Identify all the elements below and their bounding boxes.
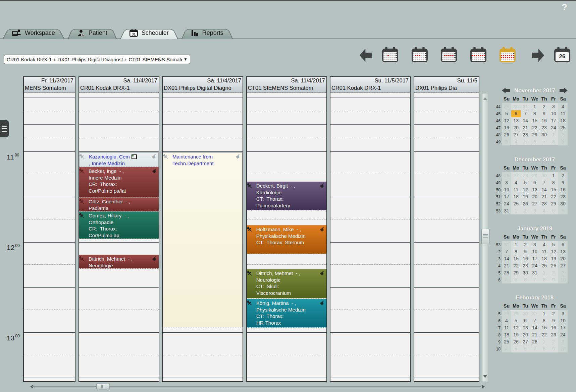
- day-cell[interactable]: 2: [549, 310, 558, 317]
- day-cell[interactable]: 14: [521, 117, 530, 124]
- day-cell[interactable]: 30: [521, 310, 530, 317]
- day-cell[interactable]: 29: [549, 200, 558, 207]
- column-body[interactable]: ☛Kazancioglu, Cem, Innere Medizin☛Becker…: [78, 92, 159, 382]
- day-cell[interactable]: 9: [549, 345, 558, 352]
- day-cell[interactable]: 21: [539, 193, 549, 200]
- day-cell[interactable]: 4: [511, 138, 521, 145]
- tab-reports[interactable]: Reports: [181, 27, 233, 39]
- day-cell[interactable]: 9: [558, 179, 568, 186]
- day-cell[interactable]: 22: [549, 193, 558, 200]
- day-cell[interactable]: 4: [539, 241, 549, 248]
- column-body[interactable]: ☛Maintenance fromTechn.Department: [162, 92, 243, 382]
- day-cell[interactable]: 6: [530, 138, 539, 145]
- day-cell[interactable]: 10: [558, 345, 568, 352]
- next-period-icon[interactable]: [532, 49, 544, 62]
- day-cell[interactable]: 30: [558, 200, 568, 207]
- day-cell[interactable]: 9: [549, 276, 558, 283]
- day-cell[interactable]: 16: [539, 117, 549, 124]
- resource-selector[interactable]: CR01 Kodak DRX-1 + DX01 Philips Digital …: [4, 55, 190, 64]
- appointment-becker[interactable]: ☛Becker, Inge - ,Innere MedizinCR: Thora…: [79, 167, 159, 197]
- day-cell[interactable]: 13: [530, 186, 539, 193]
- day-cell[interactable]: 20: [530, 193, 539, 200]
- day-cell[interactable]: 4: [539, 207, 549, 214]
- day-cell[interactable]: 4: [502, 317, 511, 324]
- view-5-days-icon[interactable]: [441, 47, 457, 62]
- day-cell[interactable]: 27: [530, 200, 539, 207]
- day-cell[interactable]: 29: [530, 172, 539, 179]
- day-cell[interactable]: 26: [502, 172, 511, 179]
- day-cell[interactable]: 29: [530, 131, 539, 138]
- day-cell[interactable]: 5: [502, 110, 511, 117]
- day-cell[interactable]: 27: [511, 172, 521, 179]
- day-cell[interactable]: 2: [521, 241, 530, 248]
- day-cell[interactable]: 4: [511, 179, 521, 186]
- day-cell[interactable]: 19: [521, 193, 530, 200]
- day-cell[interactable]: 11: [511, 186, 521, 193]
- day-cell[interactable]: 2: [558, 131, 568, 138]
- day-cell[interactable]: 22: [530, 124, 539, 131]
- day-cell[interactable]: 5: [549, 207, 558, 214]
- day-cell[interactable]: 8: [511, 248, 521, 255]
- day-cell[interactable]: 31: [530, 269, 539, 276]
- column-body[interactable]: [23, 92, 75, 382]
- day-cell[interactable]: 4: [558, 103, 568, 110]
- day-cell[interactable]: 25: [502, 338, 511, 345]
- day-cell[interactable]: 12: [521, 186, 530, 193]
- day-cell[interactable]: 13: [558, 248, 568, 255]
- day-cell[interactable]: 4: [502, 345, 511, 352]
- day-cell[interactable]: 21: [521, 124, 530, 131]
- day-cell[interactable]: 28: [502, 310, 511, 317]
- day-cell[interactable]: 28: [502, 269, 511, 276]
- maintenance-block[interactable]: ☛Maintenance fromTechn.Department: [163, 152, 243, 327]
- day-cell[interactable]: 31: [502, 207, 511, 214]
- next-month-icon[interactable]: [560, 88, 568, 93]
- day-cell[interactable]: 3: [558, 310, 568, 317]
- day-cell[interactable]: 25: [511, 200, 521, 207]
- appointment-dittrich-cr[interactable]: ☛Dittrich, Mehmet - ,Neurologie: [79, 255, 159, 269]
- day-cell[interactable]: 16: [549, 324, 558, 331]
- day-cell[interactable]: 5: [521, 138, 530, 145]
- appointment-goetz[interactable]: Götz, Guenther - ,Pädiatrie: [79, 197, 159, 211]
- day-cell[interactable]: 3: [549, 103, 558, 110]
- day-cell[interactable]: 6: [530, 179, 539, 186]
- day-cell[interactable]: 8: [549, 138, 558, 145]
- day-cell[interactable]: 28: [539, 200, 549, 207]
- day-cell[interactable]: 26: [549, 262, 558, 269]
- day-cell[interactable]: 6: [521, 317, 530, 324]
- day-cell[interactable]: 28: [521, 172, 530, 179]
- day-cell[interactable]: 3: [558, 338, 568, 345]
- day-cell[interactable]: 2: [558, 172, 568, 179]
- day-cell[interactable]: 10: [502, 186, 511, 193]
- day-cell[interactable]: 19: [511, 331, 521, 338]
- day-cell[interactable]: 11: [558, 110, 568, 117]
- day-cell[interactable]: 1: [511, 241, 521, 248]
- day-cell[interactable]: 15: [511, 255, 521, 262]
- day-cell[interactable]: 11: [502, 324, 511, 331]
- day-cell[interactable]: 8: [539, 345, 549, 352]
- day-cell[interactable]: 6: [511, 110, 521, 117]
- day-cell[interactable]: 20: [511, 124, 521, 131]
- day-cell[interactable]: 14: [530, 324, 539, 331]
- day-cell[interactable]: 18: [558, 117, 568, 124]
- column-body[interactable]: ☛Deckert, Birgit - ,KardiologieCT: Thora…: [246, 92, 327, 382]
- day-cell[interactable]: 7: [530, 276, 539, 283]
- prev-month-icon[interactable]: [502, 88, 510, 93]
- tab-patient[interactable]: Patient: [68, 27, 117, 39]
- day-cell[interactable]: 1: [539, 310, 549, 317]
- appointment-holtzmann[interactable]: ☛Holtzmann, Mike - ,Physikalische Medizi…: [247, 225, 326, 254]
- day-cell[interactable]: 14: [502, 255, 511, 262]
- column-body[interactable]: [330, 92, 411, 382]
- day-cell[interactable]: 14: [539, 186, 549, 193]
- day-cell[interactable]: 6: [521, 276, 530, 283]
- scroll-right-icon[interactable]: [482, 385, 487, 389]
- day-cell[interactable]: 13: [521, 324, 530, 331]
- day-cell[interactable]: 15: [549, 186, 558, 193]
- horizontal-scrollbar-thumb[interactable]: [96, 384, 110, 389]
- day-cell[interactable]: 23: [549, 331, 558, 338]
- day-cell[interactable]: 2: [539, 103, 549, 110]
- day-cell[interactable]: 29: [502, 103, 511, 110]
- day-cell[interactable]: 27: [558, 262, 568, 269]
- day-cell[interactable]: 7: [539, 179, 549, 186]
- day-cell[interactable]: 31: [530, 310, 539, 317]
- day-cell[interactable]: 31: [502, 241, 511, 248]
